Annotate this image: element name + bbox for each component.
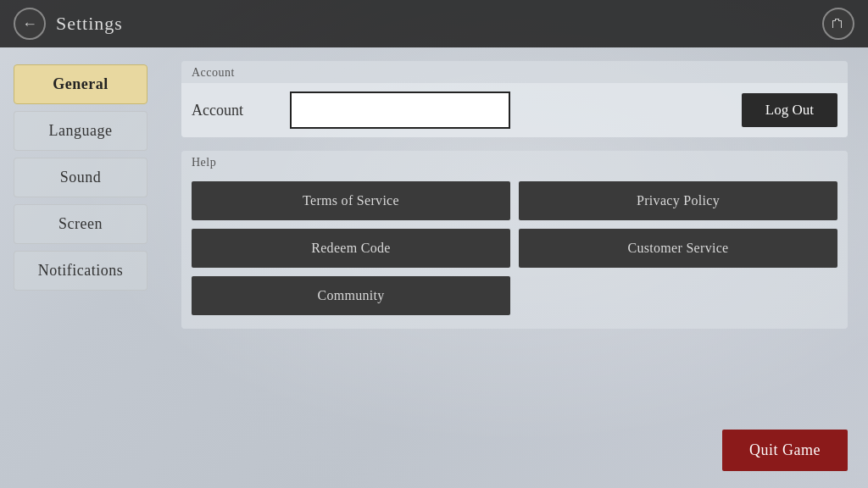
- home-button[interactable]: ⛫: [822, 8, 854, 40]
- account-section: Account Account Log Out: [181, 61, 848, 137]
- sidebar-item-notifications[interactable]: Notifications: [14, 251, 147, 291]
- sidebar-item-sound[interactable]: Sound: [14, 158, 147, 197]
- help-section: Help Terms of Service Privacy Policy Red…: [181, 151, 848, 329]
- sidebar-item-general[interactable]: General: [14, 64, 147, 104]
- quit-game-button[interactable]: Quit Game: [722, 430, 848, 471]
- header: ← Settings ⛫: [0, 0, 868, 47]
- help-section-label: Help: [181, 151, 848, 173]
- sidebar-item-screen[interactable]: Screen: [14, 204, 147, 244]
- customer-service-button[interactable]: Customer Service: [519, 229, 837, 268]
- privacy-policy-button[interactable]: Privacy Policy: [519, 181, 837, 220]
- account-section-label: Account: [181, 61, 848, 83]
- sidebar-item-language[interactable]: Language: [14, 111, 147, 151]
- account-row: Account Log Out: [181, 83, 848, 137]
- logout-button[interactable]: Log Out: [742, 93, 837, 127]
- account-input[interactable]: [290, 92, 510, 129]
- sidebar: General Language Sound Screen Notificati…: [0, 47, 161, 488]
- help-grid: Terms of Service Privacy Policy Redeem C…: [181, 173, 848, 329]
- castle-icon: ⛫: [832, 16, 845, 31]
- terms-of-service-button[interactable]: Terms of Service: [192, 181, 510, 220]
- community-button[interactable]: Community: [192, 276, 510, 315]
- main-layout: General Language Sound Screen Notificati…: [0, 47, 868, 488]
- content-area: Account Account Log Out Help Terms of Se…: [161, 47, 868, 488]
- page-title: Settings: [56, 13, 123, 35]
- account-label: Account: [192, 102, 276, 119]
- back-icon: ←: [22, 15, 37, 33]
- redeem-code-button[interactable]: Redeem Code: [192, 229, 510, 268]
- back-button[interactable]: ←: [14, 8, 46, 40]
